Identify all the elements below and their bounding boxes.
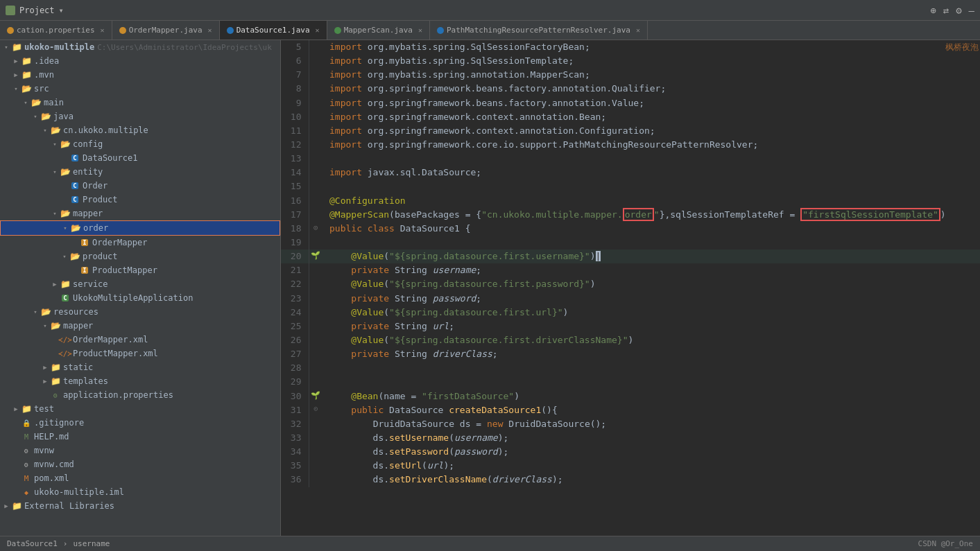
project-dropdown-icon[interactable]: ▾ [59,6,64,15]
line-content-9[interactable]: import org.springframework.beans.factory… [323,96,980,110]
tree-mvnw[interactable]: ⚙ mvnw [0,444,280,457]
order-folder-icon: 📂 [70,222,81,234]
tree-main[interactable]: ▾ 📂 main [0,96,280,110]
code-line-26: 26 @Value("${spring.datasource.first.dri… [281,333,980,347]
tree-datasource1[interactable]: C DataSource1 [0,151,280,165]
tab-mapperscan[interactable]: MapperScan.java ✕ [327,21,430,40]
code-editor[interactable]: 枫桥夜泡 5 import org.mybatis.spring.SqlSess… [281,40,980,536]
line-content-24[interactable]: @Value("${spring.datasource.first.url}") [323,306,980,320]
line-num-19: 19 [281,236,309,250]
top-icon-sync[interactable]: ⇄ [943,5,949,16]
tree-order-folder[interactable]: ▾ 📂 order [0,220,280,236]
tree-java[interactable]: ▾ 📂 java [0,110,280,123]
tree-entity[interactable]: ▾ 📂 entity [0,165,280,179]
line-content-26[interactable]: @Value("${spring.datasource.first.driver… [323,333,980,347]
tree-resources[interactable]: ▾ 📂 resources [0,305,280,319]
tree-product-folder[interactable]: ▾ 📂 product [0,250,280,263]
line-content-31[interactable]: public DataSource createDataSource1(){ [323,403,980,417]
tab-datasource1[interactable]: DataSource1.java ✕ [220,21,327,40]
top-icon-settings[interactable]: ⚙ [956,5,961,16]
line-content-15[interactable] [323,180,980,193]
sidebar[interactable]: ▾ 📁 ukoko-multiple C:\Users\Administrato… [0,40,281,536]
tree-appprops[interactable]: ⚙ application.properties [0,388,280,402]
mapper-res-label: mapper [63,321,93,331]
tree-mapper-res[interactable]: ▾ 📂 mapper [0,319,280,333]
tab-pathmatch[interactable]: PathMatchingResourcePatternResolver.java… [430,21,648,40]
line-content-16[interactable]: @Configuration [323,194,980,208]
line-content-36[interactable]: ds.setDriverClassName(driverClass); [323,473,980,487]
tree-mvn[interactable]: ▶ 📁 .mvn [0,68,280,82]
line-content-32[interactable]: DruidDataSource ds = new DruidDataSource… [323,417,980,431]
tree-root[interactable]: ▾ 📁 ukoko-multiple C:\Users\Administrato… [0,40,280,54]
line-content-13[interactable] [323,152,980,166]
mapper-label: mapper [73,209,103,218]
line-content-18[interactable]: public class DataSource1 { [323,222,980,236]
line-content-34[interactable]: ds.setPassword(password); [323,445,980,459]
tab-bar: cation.properties ✕ OrderMapper.java ✕ D… [0,21,980,40]
line-content-17[interactable]: @MapperScan(basePackages = {"cn.ukoko.mu… [323,208,980,222]
tab-close-pathmatch[interactable]: ✕ [636,26,640,34]
line-icon-7 [309,68,323,82]
tab-ordermapper[interactable]: OrderMapper.java ✕ [112,21,220,40]
line-content-14[interactable]: import javax.sql.DataSource; [323,166,980,180]
tree-order-class[interactable]: C Order [0,179,280,193]
tree-config[interactable]: ▾ 📂 config [0,137,280,151]
tree-external-libs[interactable]: ▶ 📁 External Libraries [0,499,280,513]
tree-gitignore[interactable]: 🔒 .gitignore [0,416,280,430]
tree-ordermapper[interactable]: I OrderMapper [0,236,280,250]
idea-arrow: ▶ [11,58,21,64]
line-content-10[interactable]: import org.springframework.context.annot… [323,110,980,124]
tree-src[interactable]: ▾ 📂 src [0,82,280,96]
tree-idea[interactable]: ▶ 📁 .idea [0,54,280,68]
line-content-35[interactable]: ds.setUrl(url); [323,459,980,473]
line-content-5[interactable]: import org.mybatis.spring.SqlSessionFact… [323,40,980,54]
line-num-35: 35 [281,459,309,473]
line-content-21[interactable]: private String username; [323,263,980,277]
tree-cn-ukoko[interactable]: ▾ 📂 cn.ukoko.multiple [0,123,280,137]
line-num-11: 11 [281,124,309,138]
tree-ordermapper-xml[interactable]: ≺/≻ OrderMapper.xml [0,333,280,347]
line-content-19[interactable] [323,236,980,250]
line-content-8[interactable]: import org.springframework.beans.factory… [323,82,980,96]
top-icon-globe[interactable]: ⊕ [930,5,936,16]
project-label[interactable]: Project [19,6,55,15]
line-content-27[interactable]: private String driverClass; [323,347,980,361]
tree-static[interactable]: ▶ 📁 static [0,360,280,374]
tree-productmapper[interactable]: I ProductMapper [0,263,280,277]
src-arrow: ▾ [11,85,21,92]
tree-helpmd[interactable]: M HELP.md [0,430,280,444]
resources-arrow: ▾ [31,308,40,315]
line-content-25[interactable]: private String url; [323,320,980,333]
line-content-7[interactable]: import org.mybatis.spring.annotation.Map… [323,68,980,82]
line-content-33[interactable]: ds.setUsername(username); [323,431,980,445]
line-content-28[interactable] [323,361,980,375]
tree-test[interactable]: ▶ 📁 test [0,402,280,416]
line-num-18: 18 [281,222,309,236]
line-content-11[interactable]: import org.springframework.context.annot… [323,124,980,138]
tree-mvnwcmd[interactable]: ⚙ mvnw.cmd [0,457,280,471]
line-content-12[interactable]: import org.springframework.core.io.suppo… [323,138,980,152]
tree-productmapper-xml[interactable]: ≺/≻ ProductMapper.xml [0,347,280,360]
line-content-30[interactable]: @Bean(name = "firstDataSource") [323,390,980,403]
tree-pomxml[interactable]: M pom.xml [0,471,280,485]
tree-iml[interactable]: ◆ ukoko-multiple.iml [0,485,280,499]
top-icon-minus[interactable]: — [969,5,974,16]
line-content-29[interactable] [323,375,980,389]
line-content-22[interactable]: @Value("${spring.datasource.first.passwo… [323,277,980,291]
tree-application[interactable]: C UkokoMultipleApplication [0,291,280,305]
line-content-6[interactable]: import org.mybatis.spring.SqlSessionTemp… [323,54,980,68]
tree-service[interactable]: ▶ 📁 service [0,277,280,291]
tab-close-ordermapper[interactable]: ✕ [208,26,212,34]
tab-close-props[interactable]: ✕ [101,26,105,34]
tab-close-datasource1[interactable]: ✕ [316,26,320,34]
code-line-20: 20 🌱 @Value("${spring.datasource.first.u… [281,250,980,263]
tree-product-class[interactable]: C Product [0,193,280,207]
line-num-29: 29 [281,375,309,389]
line-content-23[interactable]: private String password; [323,292,980,306]
tree-templates[interactable]: ▶ 📁 templates [0,374,280,388]
tree-mapper[interactable]: ▾ 📂 mapper [0,207,280,220]
tab-properties[interactable]: cation.properties ✕ [0,21,112,40]
tab-close-mapperscan[interactable]: ✕ [418,26,422,34]
tab-label-mapperscan: MapperScan.java [344,26,413,35]
line-content-20[interactable]: @Value("${spring.datasource.first.userna… [323,250,980,263]
